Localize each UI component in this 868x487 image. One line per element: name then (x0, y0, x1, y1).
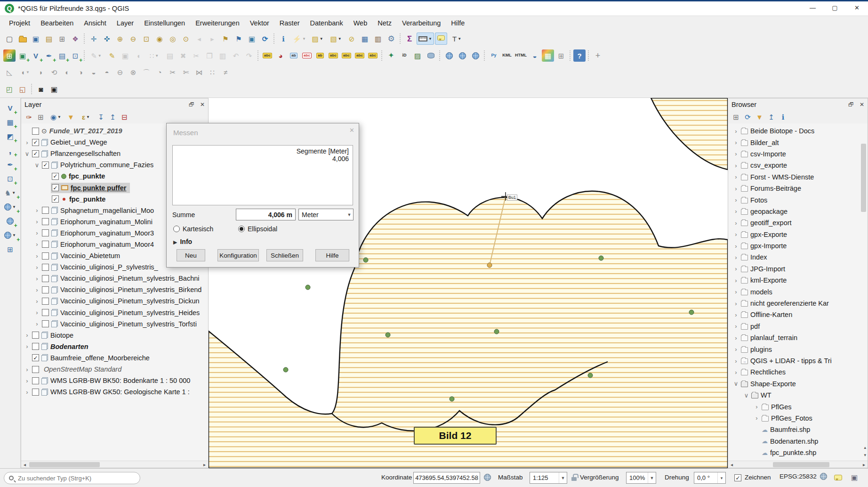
extents-globe-icon[interactable] (484, 474, 491, 481)
get-feature-id-icon[interactable]: iD (398, 49, 410, 62)
scale-combobox[interactable]: 1:125 ▼ (530, 472, 567, 484)
show-hide-labels-icon[interactable]: abc (327, 49, 339, 62)
labeling-options-icon[interactable]: abc (261, 49, 273, 62)
add-virtual-layer-icon[interactable]: ⊡+ (4, 172, 16, 185)
menu-vektor[interactable]: Vektor (245, 19, 274, 27)
menu-netz[interactable]: Netz (372, 19, 397, 27)
crs-status[interactable]: EPSG:25832 (780, 473, 827, 480)
dialog-close-icon[interactable]: ✕ (349, 127, 354, 134)
chevron-right-icon[interactable]: › (753, 403, 761, 410)
chevron-right-icon[interactable]: › (23, 332, 31, 339)
chevron-right-icon[interactable]: › (732, 357, 740, 365)
float-panel-icon[interactable]: 🗗 (189, 101, 194, 108)
map-themes-plugin-icon[interactable]: ◱ (16, 83, 29, 95)
add-postgis-layer-icon[interactable]: ♞+▼ (1, 187, 19, 199)
browser-tree-item[interactable]: ☁Baumfrei.shp (728, 424, 868, 435)
browser-tree-item[interactable]: ›Rechtliches (728, 366, 868, 378)
open-project-icon[interactable] (16, 32, 29, 45)
chevron-right-icon[interactable]: › (732, 254, 740, 261)
text-annotation-icon[interactable]: T▼ (448, 32, 466, 45)
wms-globe-tool-icon[interactable] (443, 49, 455, 62)
scroll-right-icon[interactable]: ▸ (860, 462, 868, 467)
data-source-manager-icon[interactable]: ⊞ (3, 49, 16, 62)
layer-visibility-checkbox[interactable]: ✓ (52, 184, 59, 191)
style-manager-icon[interactable]: ❖ (69, 32, 81, 45)
scroll-up-icon[interactable]: ▴ (864, 445, 866, 450)
layer-visibility-checkbox[interactable]: ✓ (32, 139, 39, 146)
refresh-map-icon[interactable]: ⟳ (259, 32, 271, 45)
radio-ellipsoidal[interactable]: Ellipsoidal (238, 225, 277, 233)
python-console-icon[interactable]: Py (488, 49, 500, 62)
layer-visibility-checkbox[interactable]: ✓ (52, 173, 59, 180)
add-selected-layers-icon[interactable]: ⊞ (731, 112, 741, 122)
menu-projekt[interactable]: Projekt (4, 19, 35, 27)
change-label-icon[interactable]: abc (367, 49, 379, 62)
browser-tree-item[interactable]: ›Index (728, 252, 868, 263)
magnifier-combobox[interactable]: 100% ▼ (626, 472, 656, 484)
chevron-right-icon[interactable]: › (33, 264, 41, 271)
chevron-down-icon[interactable]: ∨ (742, 392, 750, 399)
add-arcgis-layer-icon[interactable]: ⊞ (4, 243, 16, 255)
chevron-right-icon[interactable]: › (33, 207, 41, 214)
add-raster-layer-icon[interactable]: ▦+ (4, 116, 16, 128)
chevron-right-icon[interactable]: › (33, 275, 41, 282)
add-spatialite-layer-icon[interactable]: ✒+ (4, 158, 16, 170)
kml-tools-icon[interactable]: KML (501, 49, 513, 62)
grass-tools-icon[interactable]: ✦ (385, 49, 397, 62)
browser-tree-item[interactable]: ☁fpc_punkte.shp (728, 447, 868, 458)
chevron-right-icon[interactable]: › (732, 334, 740, 341)
radio-icon[interactable] (173, 226, 180, 232)
osm-search-icon[interactable] (469, 49, 482, 62)
radio-selected-icon[interactable] (238, 226, 245, 232)
collapse-browser-icon[interactable]: ↥ (766, 112, 777, 122)
layer-visibility-checkbox[interactable] (42, 275, 49, 282)
zoom-to-layer-icon[interactable]: ◎ (167, 32, 179, 45)
browser-tree-item[interactable]: ›geotiff_export (728, 217, 868, 228)
new-map-view-icon[interactable]: ▣ (246, 32, 258, 45)
browser-tree-item[interactable]: ∨WT (728, 390, 868, 401)
layer-visibility-checkbox[interactable]: ✓ (32, 354, 39, 361)
new-project-icon[interactable]: ▢ (3, 32, 16, 45)
chevron-right-icon[interactable]: › (33, 286, 41, 293)
menu-hilfe[interactable]: Hilfe (446, 19, 470, 27)
chevron-right-icon[interactable]: › (732, 128, 740, 135)
select-by-value-icon[interactable]: ▧▼ (327, 32, 345, 45)
layer-visibility-checkbox[interactable]: ✓ (42, 162, 49, 169)
layer-visibility-checkbox[interactable] (42, 309, 49, 316)
locator-search[interactable] (4, 472, 140, 484)
browser-tree-item[interactable]: ›csv_exporte (728, 160, 868, 171)
field-calculator-icon[interactable]: ▥ (372, 32, 384, 45)
layer-tree-item[interactable]: ›Vaccinio_uliginosi_Pinetum_sylvestris_B… (21, 284, 208, 295)
chevron-right-icon[interactable]: › (33, 252, 41, 260)
layer-visibility-checkbox[interactable]: ✓ (32, 150, 39, 157)
html-tools-icon[interactable]: HTML (514, 49, 528, 62)
render-checkbox[interactable]: ✓ (734, 474, 741, 481)
new-geopackage-layer-icon[interactable]: ▣+ (16, 49, 29, 62)
menu-web[interactable]: Web (348, 19, 373, 27)
new-spatialite-layer-icon[interactable]: ✒+ (43, 49, 55, 62)
info-expander[interactable]: ▶Info (173, 238, 192, 245)
browser-tree-item[interactable]: ›geopackage (728, 206, 868, 217)
chevron-right-icon[interactable]: › (23, 366, 31, 373)
statistical-summary-icon[interactable]: Σ (403, 32, 416, 45)
layer-tree-item[interactable]: ›WMS LGRB-BW GK50: Geologische Karte 1 : (21, 386, 208, 398)
chevron-right-icon[interactable]: › (732, 150, 740, 157)
neu-button[interactable]: Neu (177, 249, 205, 261)
layer-visibility-checkbox[interactable] (32, 332, 39, 339)
browser-tree-item[interactable]: ›Offline-Karten (728, 309, 868, 320)
chevron-right-icon[interactable]: › (732, 208, 740, 215)
crosshair-tool-icon[interactable]: + (592, 49, 604, 62)
chevron-right-icon[interactable]: › (732, 288, 740, 295)
photo-import-icon[interactable]: ◙ (35, 83, 47, 95)
attribute-grid-plugin-icon[interactable]: ⊞ (555, 49, 567, 62)
measure-line-icon[interactable]: ▼ (417, 32, 434, 45)
messages-bubble-icon[interactable] (834, 475, 842, 480)
select-features-icon[interactable]: ▨▼ (309, 32, 326, 45)
chevron-right-icon[interactable]: › (732, 265, 740, 272)
chevron-right-icon[interactable]: › (732, 231, 740, 238)
move-label-icon[interactable]: abc (340, 49, 353, 62)
chevron-right-icon[interactable]: › (732, 139, 740, 146)
options-icon[interactable]: ⚙ (385, 32, 397, 45)
layer-visibility-checkbox[interactable] (42, 320, 49, 327)
chevron-right-icon[interactable]: › (732, 219, 740, 227)
